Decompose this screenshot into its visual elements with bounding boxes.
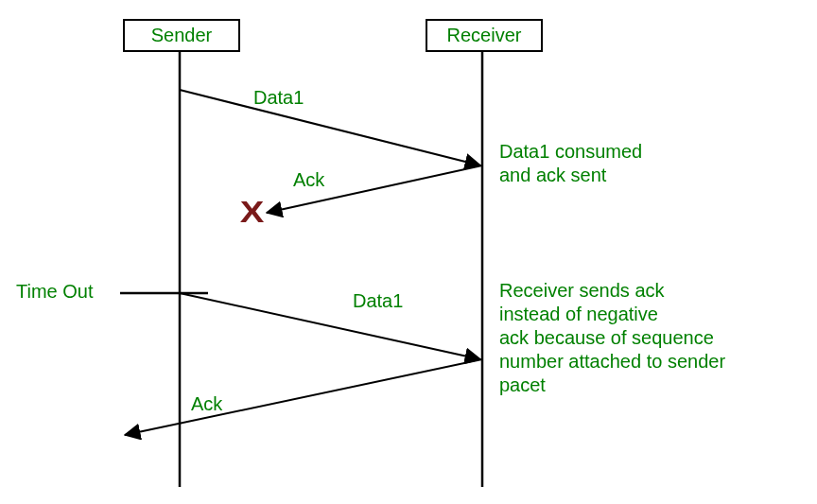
msg-ack-label-1: Ack: [293, 168, 324, 192]
timeout-label: Time Out: [16, 280, 94, 304]
msg-data1-label-2: Data1: [353, 289, 403, 313]
participant-receiver: Receiver: [426, 19, 543, 52]
msg-data1-label-1: Data1: [253, 86, 304, 110]
sequence-diagram: Sender Receiver Data1 Ack Data1 Ack Time…: [0, 0, 817, 504]
svg-line-5: [180, 293, 480, 359]
msg-ack-label-2: Ack: [191, 392, 222, 416]
svg-line-2: [180, 90, 480, 165]
diagram-lines: [0, 0, 817, 504]
svg-line-6: [125, 359, 482, 435]
note-receiver-sends-ack: Receiver sends ack instead of negative a…: [499, 279, 725, 397]
note-data1-consumed: Data1 consumed and ack sent: [499, 140, 642, 187]
participant-sender: Sender: [123, 19, 240, 52]
lost-icon: X: [240, 195, 265, 230]
